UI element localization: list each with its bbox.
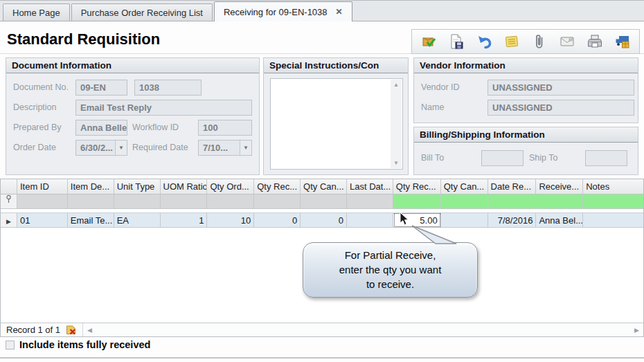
tab-label: Purchase Order Receiving List xyxy=(81,8,203,18)
cell-uom-ratio[interactable]: 1 xyxy=(161,212,208,228)
tab-home-page[interactable]: Home Page xyxy=(3,3,70,21)
cancel-edit-icon[interactable] xyxy=(66,325,77,335)
cell-notes[interactable] xyxy=(583,212,643,228)
cell-unit-type[interactable]: EA xyxy=(114,212,161,228)
filter-cell-item-description[interactable] xyxy=(68,194,114,209)
document-no-number-field[interactable]: 1038 xyxy=(134,80,202,96)
attachment-icon[interactable] xyxy=(531,33,548,50)
vendor-name-label: Name xyxy=(421,100,444,115)
scroll-up-icon[interactable]: ▲ xyxy=(393,82,399,88)
column-header-qty-receive-now[interactable]: Qty Rec... xyxy=(393,179,441,194)
filter-cell-receiver[interactable] xyxy=(536,194,583,209)
notes-icon[interactable] xyxy=(503,33,520,50)
bill-to-label: Bill To xyxy=(421,150,444,165)
required-date-field[interactable]: 7/10... ▼ xyxy=(198,140,252,156)
filter-cell-last-date[interactable] xyxy=(347,194,393,209)
cell-last-date[interactable] xyxy=(347,212,393,228)
cell-date-received[interactable]: 7/8/2016 xyxy=(488,212,537,228)
column-header-notes[interactable]: Notes xyxy=(583,179,643,194)
callout-bubble: For Partial Receive, enter the qty you w… xyxy=(303,242,478,298)
column-header-unit-type[interactable]: Unit Type xyxy=(114,179,161,194)
order-date-field[interactable]: 6/30/2... ▼ xyxy=(75,140,127,156)
order-date-value: 6/30/2... xyxy=(80,141,113,155)
header-indicator-cell xyxy=(1,179,17,194)
record-count-text: Record 1 of 1 xyxy=(6,325,60,335)
description-label: Description xyxy=(13,100,57,115)
ship-icon[interactable] xyxy=(614,33,631,50)
required-date-label: Required Date xyxy=(132,140,188,155)
column-header-uom-ratio[interactable]: UOM Ratio xyxy=(161,179,208,194)
panel-title: Vendor Information xyxy=(414,58,638,73)
filter-cell-qty-received[interactable] xyxy=(254,194,301,209)
chevron-down-icon[interactable]: ▼ xyxy=(115,141,127,155)
cell-qty-ordered[interactable]: 10 xyxy=(207,212,254,228)
callout-line: to receive. xyxy=(303,277,477,291)
filter-cell-qty-receive-now[interactable] xyxy=(393,194,441,209)
column-header-qty-canceled[interactable]: Qty Can... xyxy=(301,179,347,194)
cell-qty-received[interactable]: 0 xyxy=(254,212,301,228)
column-header-qty-ordered[interactable]: Qty Ord... xyxy=(207,179,254,194)
column-header-date-received[interactable]: Date Re... xyxy=(488,179,537,194)
scroll-down-icon[interactable]: ▼ xyxy=(393,160,399,166)
vendor-name-field[interactable]: UNASSIGNED xyxy=(488,100,634,116)
special-instructions-textarea[interactable]: ▲ ▼ xyxy=(270,78,403,170)
email-icon[interactable] xyxy=(559,33,575,50)
cell-qty-canceled[interactable]: 0 xyxy=(301,212,347,228)
column-header-last-date[interactable]: Last Dat... xyxy=(347,179,393,194)
receive-confirm-icon[interactable] xyxy=(420,33,437,50)
scroll-right-icon[interactable]: ▶ xyxy=(630,327,643,334)
ship-to-field[interactable] xyxy=(585,150,627,166)
mouse-cursor-icon xyxy=(400,212,410,226)
print-icon[interactable] xyxy=(587,33,603,50)
vendor-id-field[interactable]: UNASSIGNED xyxy=(488,80,634,96)
page-title: Standard Requisition xyxy=(7,30,160,48)
workflow-id-field[interactable]: 100 xyxy=(198,120,252,136)
cell-receiver[interactable]: Anna Bel... xyxy=(536,212,583,228)
column-header-qty-received[interactable]: Qty Rec... xyxy=(254,179,301,194)
chevron-down-icon[interactable]: ▼ xyxy=(240,141,251,155)
description-field[interactable]: Email Test Reply xyxy=(75,100,252,116)
tab-purchase-order-receiving-list[interactable]: Purchase Order Receiving List xyxy=(71,3,213,21)
filter-cell-uom-ratio[interactable] xyxy=(161,194,208,209)
panel-title: Billing/Shipping Information xyxy=(414,127,638,143)
panel-title: Special Instructions/Con xyxy=(264,58,408,73)
filter-cell-qty-ordered[interactable] xyxy=(207,194,254,209)
filter-cell-qty-cancel-now[interactable] xyxy=(441,194,488,209)
callout-line: For Partial Receive, xyxy=(303,248,477,262)
bill-to-field[interactable] xyxy=(481,150,524,166)
close-tab-icon[interactable]: ✕ xyxy=(336,7,343,17)
cell-item-description[interactable]: Email Te... xyxy=(68,212,114,228)
undo-icon[interactable] xyxy=(476,33,492,50)
column-header-receiver[interactable]: Receive... xyxy=(536,179,583,194)
document-no-prefix-field[interactable]: 09-EN xyxy=(75,80,127,96)
tab-bar: Home Page Purchase Order Receiving List … xyxy=(0,0,644,21)
filter-cell-item-id[interactable] xyxy=(17,194,68,209)
textarea-scrollbar[interactable]: ▲ ▼ xyxy=(391,80,402,168)
grid-data-row[interactable]: ▶ 01 Email Te... EA 1 10 0 0 5.00 7/8/20… xyxy=(1,212,643,228)
tab-receiving-09-en-1038[interactable]: Receiving for 09-EN-1038 ✕ xyxy=(214,1,352,21)
save-icon[interactable] xyxy=(448,33,465,50)
grid-filter-row xyxy=(1,194,643,209)
prepared-by-field[interactable]: Anna Belle... xyxy=(75,120,127,136)
filter-cell-unit-type[interactable] xyxy=(114,194,161,209)
callout-line: enter the qty you want xyxy=(303,262,477,277)
column-header-item-id[interactable]: Item ID xyxy=(17,179,68,194)
include-items-checkbox[interactable] xyxy=(6,341,15,350)
column-header-item-description[interactable]: Item De... xyxy=(68,179,114,194)
cell-item-id[interactable]: 01 xyxy=(17,212,68,228)
vendor-id-label: Vendor ID xyxy=(421,80,460,95)
column-header-qty-cancel-now[interactable]: Qty Can... xyxy=(441,179,488,194)
tab-label: Receiving for 09-EN-1038 xyxy=(224,7,328,17)
order-date-label: Order Date xyxy=(13,140,56,155)
document-no-label: Document No. xyxy=(13,80,69,95)
row-indicator-cell: ▶ xyxy=(1,212,17,228)
filter-cell-date-received[interactable] xyxy=(488,194,537,209)
record-count-box: Record 1 of 1 xyxy=(1,323,83,336)
ship-to-label: Ship To xyxy=(529,150,557,165)
filter-cell-qty-canceled[interactable] xyxy=(301,194,347,209)
required-date-value: 7/10... xyxy=(203,141,228,155)
filter-row-indicator xyxy=(1,194,17,209)
filter-pin-icon xyxy=(5,194,12,203)
filter-cell-notes[interactable] xyxy=(583,194,643,209)
scroll-left-icon[interactable]: ◀ xyxy=(83,327,96,334)
